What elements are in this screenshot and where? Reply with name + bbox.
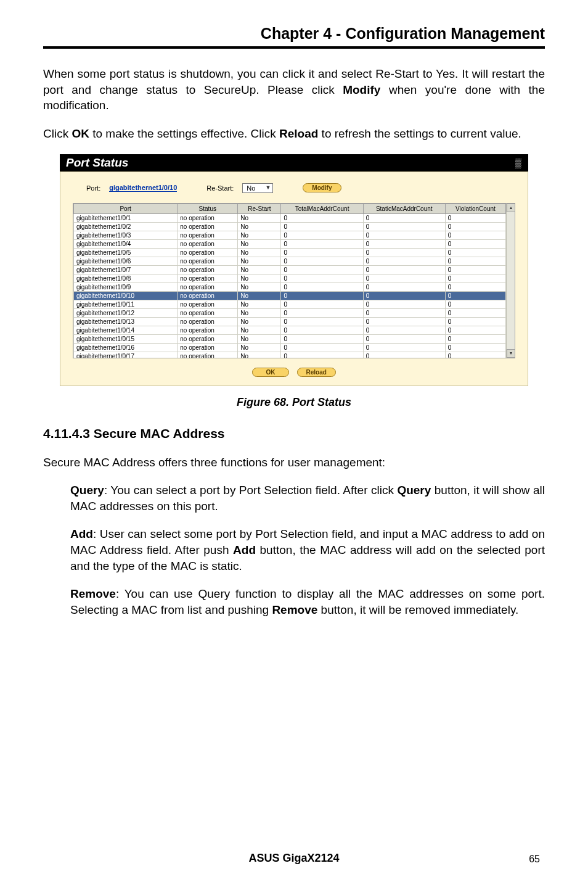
table-row[interactable]: gigabitethernet1/0/6no operationNo000 [74, 257, 506, 265]
cell-static: 0 [363, 257, 445, 265]
cell-status: no operation [178, 257, 238, 265]
cell-violation: 0 [445, 257, 505, 265]
cell-port: gigabitethernet1/0/4 [74, 239, 178, 248]
table-row[interactable]: gigabitethernet1/0/10no operationNo000 [74, 291, 506, 300]
cell-static: 0 [363, 283, 445, 291]
query-paragraph: Query: You can select a port by Port Sel… [70, 482, 545, 514]
table-row[interactable]: gigabitethernet1/0/7no operationNo000 [74, 265, 506, 274]
cell-violation: 0 [445, 291, 505, 300]
cell-static: 0 [363, 265, 445, 274]
table-row[interactable]: gigabitethernet1/0/3no operationNo000 [74, 231, 506, 239]
footer-product: ASUS GigaX2124 [0, 852, 588, 865]
cell-port: gigabitethernet1/0/2 [74, 222, 178, 231]
cell-status: no operation [178, 300, 238, 308]
cell-violation: 0 [445, 308, 505, 317]
text-bold: Reload [279, 127, 318, 140]
cell-restart: No [238, 231, 281, 239]
cell-total: 0 [281, 248, 363, 257]
cell-total: 0 [281, 231, 363, 239]
scroll-down-icon[interactable]: ▾ [507, 349, 515, 358]
col-header-total[interactable]: TotalMacAddrCount [281, 204, 363, 213]
cell-total: 0 [281, 283, 363, 291]
cell-violation: 0 [445, 352, 505, 358]
cell-port: gigabitethernet1/0/3 [74, 231, 178, 239]
table-row[interactable]: gigabitethernet1/0/8no operationNo000 [74, 274, 506, 283]
modify-button[interactable]: Modify [303, 183, 341, 192]
page-number: 65 [529, 854, 540, 865]
cell-status: no operation [178, 317, 238, 326]
figure-caption: Figure 68. Port Status [43, 396, 545, 409]
cell-total: 0 [281, 257, 363, 265]
cell-status: no operation [178, 265, 238, 274]
cell-restart: No [238, 213, 281, 222]
table-row[interactable]: gigabitethernet1/0/16no operationNo000 [74, 343, 506, 352]
cell-static: 0 [363, 300, 445, 308]
table-row[interactable]: gigabitethernet1/0/12no operationNo000 [74, 308, 506, 317]
cell-restart: No [238, 283, 281, 291]
cell-port: gigabitethernet1/0/15 [74, 334, 178, 343]
col-header-violation[interactable]: ViolationCount [445, 204, 505, 213]
cell-total: 0 [281, 222, 363, 231]
table-scrollbar[interactable]: ▴ ▾ [506, 204, 515, 358]
col-header-static[interactable]: StaticMacAddrCount [363, 204, 445, 213]
col-header-status[interactable]: Status [178, 204, 238, 213]
cell-violation: 0 [445, 274, 505, 283]
cell-restart: No [238, 257, 281, 265]
cell-port: gigabitethernet1/0/14 [74, 326, 178, 334]
table-row[interactable]: gigabitethernet1/0/11no operationNo000 [74, 300, 506, 308]
text-bold: OK [71, 127, 89, 140]
table-row[interactable]: gigabitethernet1/0/17no operationNo000 [74, 352, 506, 358]
reload-button[interactable]: Reload [297, 368, 336, 377]
cell-violation: 0 [445, 326, 505, 334]
cell-restart: No [238, 334, 281, 343]
cell-violation: 0 [445, 317, 505, 326]
cell-static: 0 [363, 222, 445, 231]
ok-button[interactable]: OK [252, 368, 289, 377]
table-row[interactable]: gigabitethernet1/0/15no operationNo000 [74, 334, 506, 343]
cell-port: gigabitethernet1/0/13 [74, 317, 178, 326]
text: button, it will be removed immediately. [317, 603, 518, 616]
cell-port: gigabitethernet1/0/10 [74, 291, 178, 300]
table-row[interactable]: gigabitethernet1/0/1no operationNo000 [74, 213, 506, 222]
cell-restart: No [238, 291, 281, 300]
text-bold: Modify [343, 83, 380, 96]
table-row[interactable]: gigabitethernet1/0/5no operationNo000 [74, 248, 506, 257]
cell-port: gigabitethernet1/0/1 [74, 213, 178, 222]
table-row[interactable]: gigabitethernet1/0/9no operationNo000 [74, 283, 506, 291]
cell-status: no operation [178, 283, 238, 291]
panel-title: Port Status [66, 156, 128, 170]
cell-total: 0 [281, 352, 363, 358]
cell-restart: No [238, 352, 281, 358]
table-row[interactable]: gigabitethernet1/0/2no operationNo000 [74, 222, 506, 231]
cell-restart: No [238, 239, 281, 248]
text: Click [43, 127, 71, 140]
col-header-restart[interactable]: Re-Start [238, 204, 281, 213]
port-label: Port: [86, 184, 100, 192]
cell-status: no operation [178, 352, 238, 358]
paragraph-1: When some port status is shutdown, you c… [43, 66, 545, 113]
cell-total: 0 [281, 291, 363, 300]
port-value[interactable]: gigabitethernet1/0/10 [109, 184, 177, 192]
cell-total: 0 [281, 274, 363, 283]
table-row[interactable]: gigabitethernet1/0/14no operationNo000 [74, 326, 506, 334]
text: to make the settings effective. Click [89, 127, 279, 140]
table-row[interactable]: gigabitethernet1/0/13no operationNo000 [74, 317, 506, 326]
title-rule [43, 46, 545, 49]
restart-dropdown[interactable]: No [242, 183, 273, 193]
cell-port: gigabitethernet1/0/17 [74, 352, 178, 358]
cell-status: no operation [178, 231, 238, 239]
text-bold: Add [233, 543, 256, 556]
cell-violation: 0 [445, 231, 505, 239]
restart-label: Re-Start: [206, 184, 234, 192]
cell-violation: 0 [445, 343, 505, 352]
col-header-port[interactable]: Port [74, 204, 178, 213]
cell-port: gigabitethernet1/0/9 [74, 283, 178, 291]
text: to refresh the settings to current value… [318, 127, 521, 140]
cell-static: 0 [363, 308, 445, 317]
cell-port: gigabitethernet1/0/7 [74, 265, 178, 274]
cell-static: 0 [363, 239, 445, 248]
scroll-up-icon[interactable]: ▴ [507, 204, 515, 212]
table-row[interactable]: gigabitethernet1/0/4no operationNo000 [74, 239, 506, 248]
cell-status: no operation [178, 213, 238, 222]
cell-static: 0 [363, 343, 445, 352]
